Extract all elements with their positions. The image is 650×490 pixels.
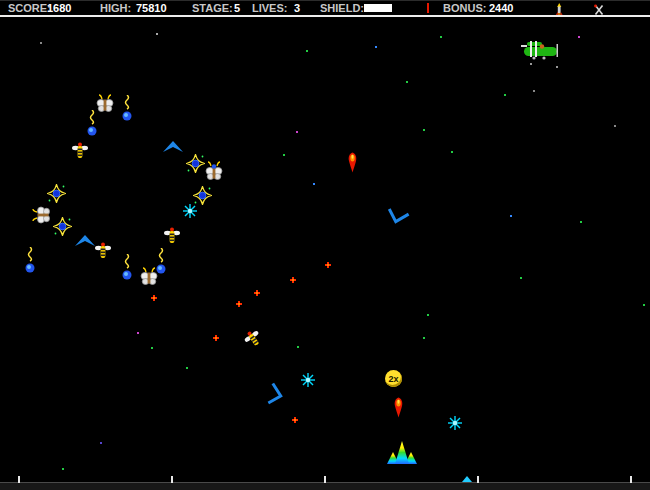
bonus-value: 2440 <box>489 2 513 14</box>
enemy-bullet <box>236 301 242 307</box>
bonus-2x-pickup: 2x <box>385 370 402 387</box>
star <box>578 36 580 38</box>
shot-squiggle-ball <box>122 254 132 281</box>
lives-value: 3 <box>294 2 300 14</box>
shot-squiggle-ball <box>156 248 166 275</box>
enemy-bullet <box>292 417 298 423</box>
star <box>100 442 102 444</box>
bonus-label: BONUS: <box>443 2 486 14</box>
shield-bar-fill <box>364 4 392 12</box>
lives-label: LIVES: <box>252 2 287 14</box>
star <box>504 94 506 96</box>
enemy-bullet <box>151 295 157 301</box>
hud-bar: SCORE: 1680 HIGH: 75810 STAGE: 5 LIVES: … <box>0 0 650 17</box>
enemy-bee <box>95 242 111 259</box>
enemy-bullet <box>254 290 260 296</box>
enemy-moth <box>32 206 52 224</box>
star <box>533 90 535 92</box>
enemy-bee <box>242 327 265 350</box>
enemy-snowflake <box>301 373 315 387</box>
ruler-tick <box>324 476 326 483</box>
star <box>151 347 153 349</box>
star <box>406 81 408 83</box>
enemy-moth-bluehead <box>205 161 223 181</box>
enemy-star-spinner <box>186 154 205 173</box>
star <box>297 346 299 348</box>
star <box>423 129 425 131</box>
star <box>40 42 42 44</box>
rocket-icon <box>553 2 565 20</box>
playfield[interactable]: SCORE: 1680 HIGH: 75810 STAGE: 5 LIVES: … <box>0 0 650 490</box>
enemy-chevron <box>74 234 96 247</box>
enemy-biplane <box>521 38 559 62</box>
enemy-chevron <box>264 380 286 409</box>
enemy-snowflake <box>448 416 462 430</box>
shot-squiggle-ball <box>87 110 97 137</box>
star <box>451 151 453 153</box>
player-ship <box>385 440 419 465</box>
star <box>556 66 558 68</box>
missile-flame <box>393 397 404 418</box>
enemy-star-spinner <box>53 217 72 236</box>
shield-label: SHIELD: <box>320 2 364 14</box>
shield-gauge <box>364 4 410 12</box>
high-score-label: HIGH: <box>100 2 131 14</box>
star <box>156 33 158 35</box>
star <box>296 131 298 133</box>
score-value: 1680 <box>47 2 71 14</box>
star <box>375 46 377 48</box>
star <box>530 63 532 65</box>
star <box>580 221 582 223</box>
enemy-snowflake <box>183 204 197 218</box>
enemy-bullet <box>290 277 296 283</box>
enemy-chevron <box>162 140 184 153</box>
shot-squiggle-ball <box>122 95 132 122</box>
bottom-window-edge <box>0 482 650 490</box>
shot-squiggle-ball <box>25 247 35 274</box>
star <box>520 277 522 279</box>
enemy-bee <box>164 227 180 244</box>
star <box>283 154 285 156</box>
enemy-star-spinner <box>193 186 212 205</box>
enemy-star-spinner <box>47 184 66 203</box>
star <box>510 215 512 217</box>
ruler-tick <box>171 476 173 483</box>
enemy-bee <box>72 142 88 159</box>
star <box>62 468 64 470</box>
star <box>423 337 425 339</box>
star <box>137 332 139 334</box>
star <box>306 50 308 52</box>
star <box>643 304 645 306</box>
missile-flame <box>347 152 358 173</box>
enemy-bullet <box>325 262 331 268</box>
enemy-moth <box>96 94 114 114</box>
stage-label: STAGE: <box>192 2 233 14</box>
enemy-bullet <box>213 335 219 341</box>
missile-stock-icon <box>427 3 429 13</box>
player-position-blip <box>462 476 472 482</box>
star <box>440 36 442 38</box>
score-label: SCORE: <box>8 2 51 14</box>
ruler-tick <box>18 476 20 483</box>
star <box>614 125 616 127</box>
star <box>427 314 429 316</box>
enemy-chevron <box>383 204 412 227</box>
stage-value: 5 <box>234 2 240 14</box>
x-ship-icon <box>593 2 605 20</box>
ruler-tick <box>630 476 632 483</box>
star <box>186 367 188 369</box>
high-score-value: 75810 <box>136 2 167 14</box>
star <box>313 183 315 185</box>
ruler-tick <box>477 476 479 483</box>
